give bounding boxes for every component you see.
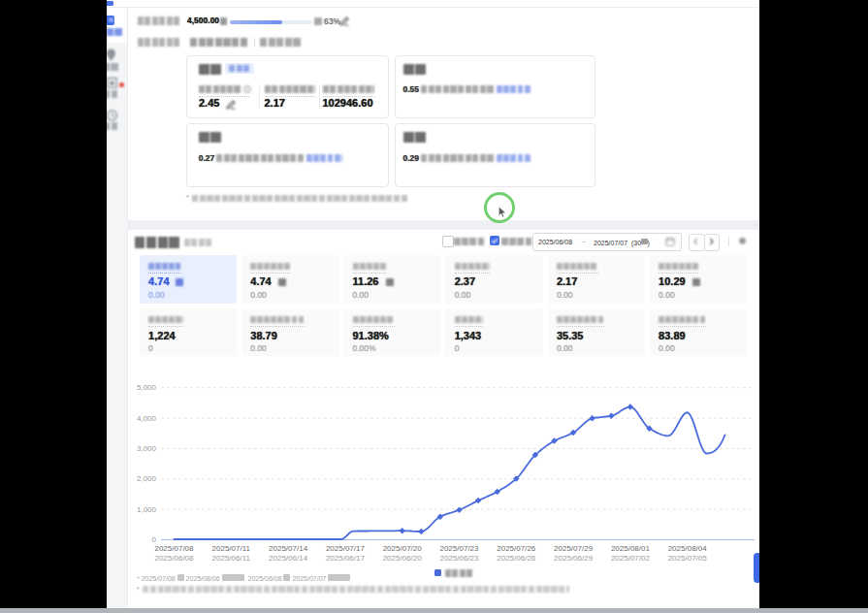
svg-text:2025/07/29: 2025/07/29 <box>554 544 594 553</box>
svg-text:2025/07/05: 2025/07/05 <box>668 554 708 563</box>
svg-text:2025/06/11: 2025/06/11 <box>212 554 251 563</box>
svg-text:3,000: 3,000 <box>137 444 157 453</box>
svg-text:2025/06/23: 2025/06/23 <box>439 554 479 563</box>
svg-text:2025/07/26: 2025/07/26 <box>497 544 536 553</box>
svg-text:2025/06/14: 2025/06/14 <box>269 554 308 563</box>
svg-text:2,000: 2,000 <box>137 474 157 483</box>
svg-text:2025/07/02: 2025/07/02 <box>611 554 651 563</box>
svg-text:4,000: 4,000 <box>137 414 157 423</box>
svg-text:2025/07/17: 2025/07/17 <box>326 544 366 553</box>
svg-text:2025/07/11: 2025/07/11 <box>212 544 251 553</box>
svg-text:2025/08/04: 2025/08/04 <box>668 544 708 553</box>
svg-text:2025/07/23: 2025/07/23 <box>439 544 479 553</box>
svg-text:2025/06/20: 2025/06/20 <box>383 554 423 563</box>
svg-text:5,000: 5,000 <box>137 383 157 392</box>
svg-text:2025/06/26: 2025/06/26 <box>497 554 536 563</box>
svg-text:2025/08/01: 2025/08/01 <box>611 544 651 553</box>
svg-text:2025/07/20: 2025/07/20 <box>383 544 423 553</box>
svg-text:2025/07/08: 2025/07/08 <box>154 544 194 553</box>
svg-text:2025/07/14: 2025/07/14 <box>269 544 308 553</box>
svg-text:1,000: 1,000 <box>137 505 157 514</box>
svg-text:2025/06/17: 2025/06/17 <box>326 554 366 563</box>
svg-text:2025/06/29: 2025/06/29 <box>554 554 594 563</box>
svg-text:2025/06/08: 2025/06/08 <box>154 554 194 563</box>
